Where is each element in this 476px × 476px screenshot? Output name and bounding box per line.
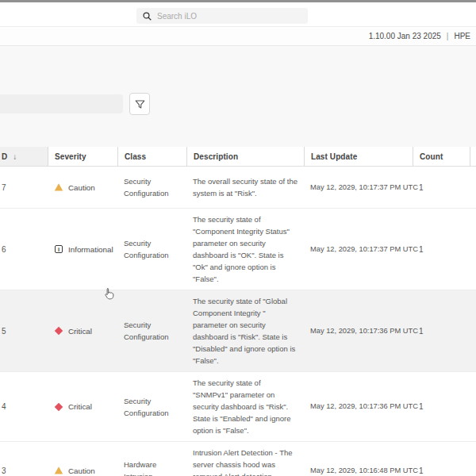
filter-funnel-icon	[135, 99, 145, 109]
description-cell: The security state of "Global Component …	[186, 290, 304, 371]
severity-cell: i Informational	[48, 209, 117, 290]
event-id-cell: 7	[0, 167, 48, 208]
severity-cell: i Critical	[48, 290, 117, 371]
header-id[interactable]: D ↓	[0, 147, 48, 166]
event-id-cell: 3	[0, 442, 48, 476]
informational-icon: i	[54, 244, 63, 254]
severity-cell: i Caution	[48, 442, 117, 476]
severity-label: Critical	[68, 401, 92, 413]
last-update-cell: May 12, 2029, 10:16:48 PM UTC	[304, 442, 413, 476]
severity-label: Caution	[68, 182, 95, 194]
event-id-cell: 5	[0, 290, 48, 371]
last-update-cell: May 12, 2029, 10:17:36 PM UTC	[304, 290, 413, 371]
critical-icon	[54, 402, 63, 412]
count-cell: 1	[413, 167, 470, 208]
table-row[interactable]: 3 i Caution Hardware Intrusion Intrusion…	[0, 442, 476, 476]
description-cell: The security state of "SNMPv1" parameter…	[186, 372, 304, 441]
last-update-cell: May 12, 2029, 10:17:36 PM UTC	[304, 372, 413, 441]
row-spacer	[470, 290, 476, 371]
description-cell: The overall security state of the system…	[186, 167, 304, 208]
header-spacer	[470, 147, 476, 166]
class-cell: Security Configuration	[117, 209, 186, 290]
table-row[interactable]: 7 i Caution Security Configuration The o…	[0, 167, 476, 209]
row-spacer	[470, 209, 476, 290]
count-cell: 1	[413, 209, 470, 290]
row-spacer	[470, 442, 476, 476]
filter-input[interactable]	[0, 94, 123, 113]
search-icon	[143, 12, 152, 21]
caution-icon	[54, 182, 63, 192]
class-cell: Security Configuration	[117, 372, 186, 441]
firmware-version: 1.10.00 Jan 23 2025	[369, 32, 441, 40]
header-description[interactable]: Description	[186, 147, 304, 166]
global-search[interactable]	[136, 8, 308, 24]
search-band	[0, 2, 476, 27]
hpe-brand: HPE	[454, 32, 470, 40]
table-row[interactable]: 4 i Critical Security Configuration The …	[0, 372, 476, 442]
header-last-update[interactable]: Last Update	[304, 147, 413, 166]
severity-cell: i Critical	[48, 372, 117, 441]
sort-descending-icon: ↓	[13, 152, 17, 161]
table-row[interactable]: 5 i Critical Security Configuration The …	[0, 290, 476, 372]
last-update-cell: May 12, 2029, 10:17:37 PM UTC	[304, 167, 413, 208]
filter-button[interactable]	[129, 93, 150, 115]
security-log-table: D ↓ Severity Class Description Last Upda…	[0, 147, 476, 476]
event-id-cell: 6	[0, 209, 48, 290]
count-cell: 1	[413, 372, 470, 441]
count-cell: 1	[413, 442, 470, 476]
table-header-row: D ↓ Severity Class Description Last Upda…	[0, 147, 476, 167]
severity-label: Caution	[68, 465, 95, 476]
caution-icon	[54, 466, 63, 475]
severity-label: Informational	[68, 244, 113, 255]
class-cell: Hardware Intrusion	[117, 442, 186, 476]
description-cell: The security state of "Component Integri…	[186, 209, 304, 290]
table-body: 7 i Caution Security Configuration The o…	[0, 167, 476, 476]
table-row[interactable]: 6 i Informational Security Configuration…	[0, 209, 476, 290]
count-cell: 1	[413, 290, 470, 371]
severity-label: Critical	[68, 325, 92, 337]
event-id-cell: 4	[0, 372, 48, 441]
row-spacer	[470, 167, 476, 208]
class-cell: Security Configuration	[117, 167, 186, 208]
status-divider: |	[447, 32, 449, 40]
status-bar: 1.10.00 Jan 23 2025 | HPE	[0, 27, 476, 46]
header-count[interactable]: Count	[413, 147, 470, 166]
row-spacer	[470, 372, 476, 441]
search-input[interactable]	[157, 12, 301, 21]
critical-icon	[54, 326, 63, 336]
description-cell: Intrusion Alert Detection - The server c…	[186, 442, 304, 476]
last-update-cell: May 12, 2029, 10:17:37 PM UTC	[304, 209, 413, 290]
class-cell: Security Configuration	[117, 290, 186, 371]
header-severity[interactable]: Severity	[48, 147, 117, 166]
severity-cell: i Caution	[48, 167, 117, 208]
header-class[interactable]: Class	[117, 147, 186, 166]
